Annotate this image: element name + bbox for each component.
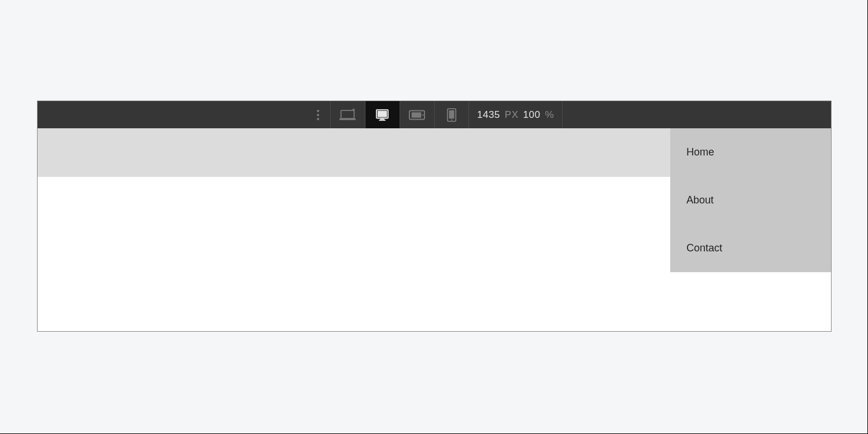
device-desktop-large-button[interactable] (330, 101, 365, 128)
preview-window: 1435 PX 100 % Home About Contact (37, 101, 832, 332)
nav-item-home[interactable]: Home (670, 128, 831, 176)
viewport-width-value: 1435 (477, 109, 500, 121)
tablet-portrait-icon (446, 108, 457, 122)
nav-item-contact[interactable]: Contact (670, 224, 831, 272)
device-tablet-landscape-button[interactable] (400, 101, 434, 128)
nav-item-label: About (686, 194, 714, 206)
svg-point-1 (317, 114, 319, 116)
svg-rect-8 (378, 110, 387, 117)
viewport-readout: 1435 PX 100 % (469, 101, 563, 128)
device-tablet-portrait-button[interactable] (434, 101, 469, 128)
toolbar-center: 1435 PX 100 % (306, 101, 563, 128)
viewport-width-unit: PX (505, 109, 519, 121)
svg-rect-10 (379, 120, 386, 121)
more-options-button[interactable] (306, 101, 330, 128)
nav-menu: Home About Contact (670, 128, 831, 272)
more-vertical-icon (317, 110, 319, 120)
nav-item-label: Contact (686, 242, 722, 254)
nav-item-about[interactable]: About (670, 176, 831, 224)
preview-canvas: Home About Contact (38, 128, 831, 331)
device-desktop-button[interactable] (365, 101, 400, 128)
svg-rect-12 (412, 112, 422, 117)
nav-item-label: Home (686, 146, 714, 158)
svg-point-2 (317, 118, 319, 120)
viewport-zoom-value: 100 (523, 109, 541, 121)
svg-point-6 (353, 109, 355, 111)
tablet-landscape-icon (409, 109, 425, 121)
viewport-zoom-unit: % (545, 109, 554, 121)
svg-rect-15 (449, 110, 454, 118)
svg-point-0 (317, 110, 319, 112)
svg-rect-4 (339, 118, 356, 120)
svg-rect-9 (381, 118, 385, 120)
svg-point-13 (423, 114, 424, 115)
svg-rect-3 (341, 110, 354, 118)
desktop-icon (374, 109, 390, 121)
desktop-large-icon (339, 109, 356, 121)
svg-point-16 (451, 119, 452, 120)
responsive-toolbar: 1435 PX 100 % (38, 101, 831, 128)
